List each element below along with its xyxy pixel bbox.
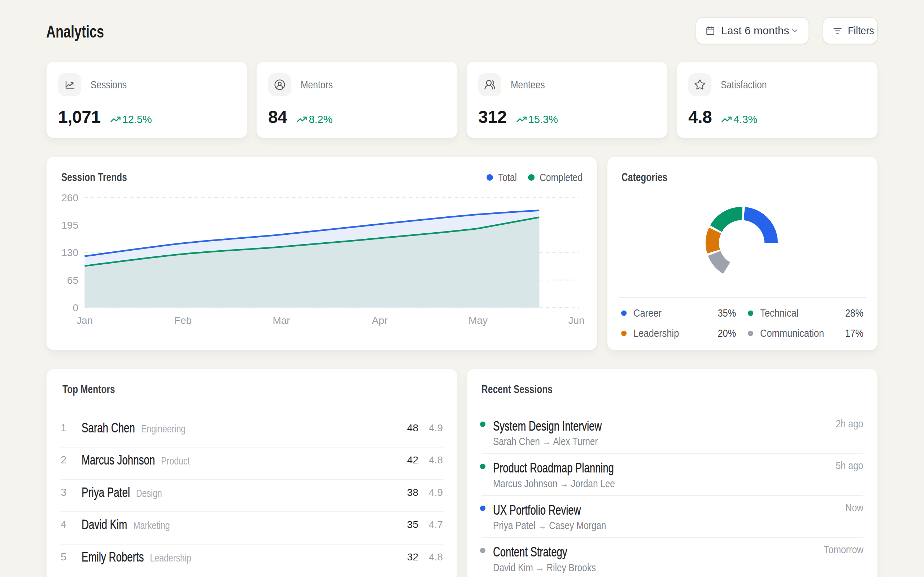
svg-text:130: 130 [61, 247, 78, 258]
svg-text:65: 65 [67, 275, 78, 286]
svg-text:260: 260 [61, 192, 78, 203]
svg-text:195: 195 [61, 220, 78, 231]
svg-text:Jan: Jan [76, 315, 93, 326]
svg-text:0: 0 [73, 302, 78, 313]
svg-text:May: May [468, 315, 488, 326]
svg-text:Feb: Feb [174, 315, 192, 326]
svg-text:Apr: Apr [372, 315, 388, 326]
svg-text:Mar: Mar [273, 315, 290, 326]
svg-text:Jun: Jun [568, 315, 584, 326]
